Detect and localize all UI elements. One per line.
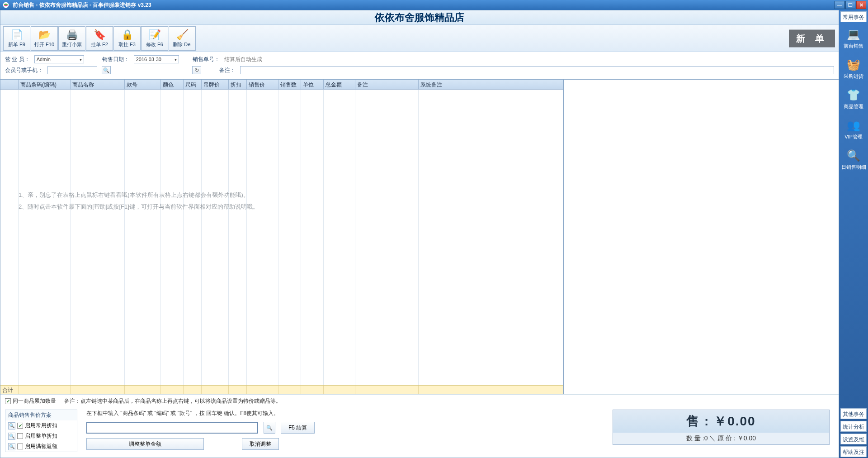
refresh-icon: ↻ <box>195 67 199 73</box>
rail-stats[interactable]: 统计分析 <box>840 421 867 432</box>
right-rail: 常用事务 💻前台销售 🧺采购进货 👕商品管理 👥VIP管理 🔍日销售明细 其他事… <box>839 10 868 458</box>
form-rows: 营 业 员： Admin▾ 销售日期： 2016-03-30▾ 销售单号： 结算… <box>0 52 839 79</box>
cancel-adjust-button[interactable]: 取消调整 <box>242 438 279 450</box>
rail-item-daily-detail[interactable]: 🔍日销售明细 <box>839 145 868 175</box>
items-grid[interactable]: 商品条码(编码) 商品名称 款号 颜色 尺码 吊牌价 折扣 销售价 销售数 单位… <box>0 80 564 394</box>
search-icon: 🔍 <box>266 425 273 431</box>
store-name: 依依布舍服饰精品店 <box>0 10 839 25</box>
barcode-input[interactable] <box>86 422 258 434</box>
order-no-label: 销售单号： <box>193 56 220 63</box>
minimize-button[interactable]: — <box>835 1 844 9</box>
close-button[interactable]: ✕ <box>856 1 866 9</box>
grid-header: 商品条码(编码) 商品名称 款号 颜色 尺码 吊牌价 折扣 销售价 销售数 单位… <box>0 80 563 90</box>
window-title: 前台销售 - 依依布舍服饰精品店 - 百事佳服装进销存 v3.23 <box>13 1 835 9</box>
member-label: 会员号或手机： <box>5 67 43 74</box>
bottom-panel: 商品销售售价方案 🔍✔启用常用折扣 🔍启用整单折扣 🔍启用满额返额 在下框中输入… <box>0 408 839 458</box>
rail-settings[interactable]: 设置及维护 <box>840 434 867 444</box>
toolbar: 📄新单 F9 📂打开 F10 🖨️重打小票 🔖挂单 F2 🔒取挂 F3 📝修改 … <box>0 25 839 52</box>
edit-icon: 📝 <box>149 29 161 41</box>
new-order-button[interactable]: 📄新单 F9 <box>3 26 30 51</box>
rail-item-front-sales[interactable]: 💻前台销售 <box>839 24 868 54</box>
titlebar: 前台销售 - 依依布舍服饰精品店 - 百事佳服装进销存 v3.23 — ☐ ✕ <box>0 0 868 10</box>
rail-item-product-mgmt[interactable]: 👕商品管理 <box>839 84 868 114</box>
clerk-dropdown[interactable]: Admin▾ <box>34 55 84 63</box>
chevron-down-icon: ▾ <box>80 57 82 62</box>
delete-icon: 🧹 <box>176 29 189 41</box>
rail-help[interactable]: 帮助及注册 <box>840 446 867 457</box>
rail-item-purchase[interactable]: 🧺采购进货 <box>839 54 868 84</box>
adjust-total-button[interactable]: 调整整单金额 <box>86 438 204 450</box>
qty-and-original: 数 量 :0 ＼ 原 价 : ￥0.00 <box>613 433 829 444</box>
total-price: 售 : ￥0.00 <box>613 410 829 433</box>
regular-discount-checkbox[interactable]: ✔ <box>17 423 23 429</box>
unhold-order-button[interactable]: 🔒取挂 F3 <box>113 26 141 51</box>
chevron-down-icon: ▾ <box>175 57 177 62</box>
laptop-icon: 💻 <box>847 28 860 41</box>
shirt-icon: 👕 <box>847 89 860 101</box>
remark-input[interactable] <box>240 66 834 74</box>
new-order-icon: 📄 <box>11 29 23 41</box>
sale-date-label: 销售日期： <box>102 56 129 63</box>
lock-icon: 🔒 <box>121 29 133 41</box>
grid-footer: 合计 <box>0 385 563 394</box>
delete-button[interactable]: 🧹删除 Del <box>169 26 196 51</box>
hold-order-button[interactable]: 🔖挂单 F2 <box>86 26 113 51</box>
maximize-button[interactable]: ☐ <box>845 1 855 9</box>
remark-label: 备注： <box>219 67 236 74</box>
people-icon: 👥 <box>847 119 860 132</box>
modify-button[interactable]: 📝修改 F6 <box>141 26 168 51</box>
price-scheme-title: 商品销售售价方案 <box>5 410 77 420</box>
sale-date-picker[interactable]: 2016-03-30▾ <box>134 55 179 63</box>
member-input[interactable] <box>47 66 97 74</box>
reprint-receipt-button[interactable]: 🖨️重打小票 <box>58 26 85 51</box>
rail-other-affairs[interactable]: 其他事务 <box>840 408 867 419</box>
search-icon: 🔍 <box>103 67 109 73</box>
rail-item-vip[interactable]: 👥VIP管理 <box>839 114 868 145</box>
tag-icon: 🔖 <box>94 29 106 41</box>
full-order-discount-checkbox[interactable] <box>17 433 23 439</box>
search-icon[interactable]: 🔍 <box>8 443 15 450</box>
member-search-button[interactable]: 🔍 <box>102 66 111 74</box>
grid-body[interactable]: 1、亲，别忘了在表格上点鼠标右键看看哦(本软件所有表格上点右键都会有额外功能哦)… <box>0 90 563 385</box>
open-folder-icon: 📂 <box>38 29 51 41</box>
options-row: ✔同一商品累加数量 备注：点左键选中某商品后，在商品名称上再点右键，可以将该商品… <box>0 394 839 408</box>
main-pane: 依依布舍服饰精品店 📄新单 F9 📂打开 F10 🖨️重打小票 🔖挂单 F2 🔒… <box>0 10 839 458</box>
full-amount-return-checkbox[interactable] <box>17 444 23 449</box>
barcode-entry-panel: 在下框中输入 "商品条码" 或 "编码" 或 "款号" ，按 回车键 确认。F8… <box>86 410 403 450</box>
window-controls: — ☐ ✕ <box>835 1 866 9</box>
app-logo-icon <box>2 1 10 9</box>
order-no-hint: 结算后自动生成 <box>224 56 262 63</box>
open-order-button[interactable]: 📂打开 F10 <box>31 26 58 51</box>
grid-side-panel <box>564 80 839 394</box>
barcode-search-button[interactable]: 🔍 <box>264 422 275 434</box>
price-scheme-panel: 商品销售售价方案 🔍✔启用常用折扣 🔍启用整单折扣 🔍启用满额返额 <box>5 410 77 452</box>
basket-icon: 🧺 <box>847 58 860 71</box>
new-order-badge: 新 单 <box>789 29 835 47</box>
search-icon[interactable]: 🔍 <box>8 433 15 440</box>
search-icon[interactable]: 🔍 <box>8 422 15 429</box>
printer-icon: 🖨️ <box>66 29 78 41</box>
member-refresh-button[interactable]: ↻ <box>192 66 201 74</box>
clerk-label: 营 业 员： <box>5 56 30 63</box>
rail-head[interactable]: 常用事务 <box>840 11 867 22</box>
options-tip: 备注：点左键选中某商品后，在商品名称上再点右键，可以将该商品设置为特价或赠品等。 <box>64 397 281 405</box>
grid-hint: 1、亲，别忘了在表格上点鼠标右键看看哦(本软件所有表格上点右键都会有额外功能哦)… <box>19 189 259 213</box>
checkout-button[interactable]: F5 结算 <box>281 422 315 434</box>
same-product-sum-checkbox[interactable]: ✔同一商品累加数量 <box>5 397 56 405</box>
barcode-hint: 在下框中输入 "商品条码" 或 "编码" 或 "款号" ，按 回车键 确认。F8… <box>86 410 403 417</box>
totals-panel: 售 : ￥0.00 数 量 :0 ＼ 原 价 : ￥0.00 <box>613 410 830 445</box>
magnifier-icon: 🔍 <box>847 149 860 162</box>
